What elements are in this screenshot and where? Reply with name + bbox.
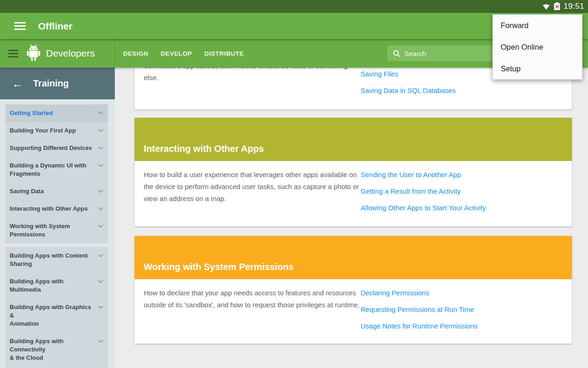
chevron-down-icon [98,207,103,210]
card-description-line: How to declare that your app needs acces… [144,287,361,311]
sidebar-item-working-with-system-permissions[interactable]: Working with System Permissions [6,218,108,243]
chevron-up-icon [98,111,103,115]
link-sending-the-user-to-another-app[interactable]: Sending the User to Another App [361,170,563,179]
card-description: How to declare that your app needs acces… [144,279,361,344]
sidebar-item-label: Supporting Different Devices [10,144,95,152]
sidebar-item-label: Building Apps with Multimedia [10,277,95,294]
sidebar: ← Training Getting StartedBuilding Your … [0,68,115,368]
chevron-down-icon [98,305,103,309]
card-body: How to build a user experience that leve… [135,161,572,226]
site-menu-icon[interactable] [8,50,18,58]
content-area: downloaded app assets, user media, struc… [115,68,588,368]
sidebar-header: ← Training [0,68,115,99]
sidebar-group: Getting StartedBuilding Your First AppSu… [6,104,108,243]
card-links: Declaring PermissionsRequesting Permissi… [361,279,563,344]
sidebar-item-label: Interacting with Other Apps [10,205,95,213]
overflow-menu: ForwardOpen OnlineSetup [492,14,582,80]
sidebar-item-building-apps-with-multimedia[interactable]: Building Apps with Multimedia [6,273,108,299]
training-card-interacting-with-other-apps: Interacting with Other AppsHow to build … [135,118,572,226]
sidebar-item-label: Saving Data [10,187,95,196]
sidebar-item-label: Building a Dynamic UI with Fragments [10,161,95,178]
nav-item-design[interactable]: DESIGN [123,50,148,57]
site-nav: DESIGNDEVELOPDISTRIBUTE [123,50,244,57]
chevron-down-icon [98,146,103,150]
link-allowing-other-apps-to-start-your-activity[interactable]: Allowing Other Apps to Start Your Activi… [361,203,563,213]
sidebar-item-building-apps-with-graphics-animation[interactable]: Building Apps with Graphics & Animation [6,299,108,333]
card-description-line: How to build a user experience that leve… [144,169,361,205]
card-body: How to declare that your app needs acces… [135,279,572,344]
search-input[interactable] [404,50,505,58]
card-header: Interacting with Other Apps [135,118,572,161]
card-description-line: else. [144,72,361,84]
link-declaring-permissions[interactable]: Declaring Permissions [361,288,563,298]
back-arrow-icon[interactable]: ← [12,78,23,89]
sidebar-item-label: Building Apps with Graphics & Animation [10,303,95,328]
menu-item-forward[interactable]: Forward [493,15,582,36]
chevron-down-icon [98,224,103,228]
link-usage-notes-for-runtime-permissions[interactable]: Usage Notes for Runtime Permissions [361,322,563,331]
sidebar-title: Training [33,78,69,89]
training-card-working-with-system-permissions: Working with System PermissionsHow to de… [135,236,572,344]
sidebar-group: Building Apps with Content SharingBuildi… [6,247,108,368]
wifi-icon [542,2,551,11]
sidebar-item-label: Building Apps with Connectivity & the Cl… [10,337,95,362]
card-description: How to build a user experience that leve… [144,161,361,226]
app-menu-icon[interactable] [14,22,26,30]
chevron-down-icon [98,190,103,193]
webview: Developers DESIGNDEVELOPDISTRIBUTE ← Tra… [0,39,588,368]
sidebar-item-building-your-first-app[interactable]: Building Your First App [6,122,108,139]
sidebar-item-building-apps-with-content-sharing[interactable]: Building Apps with Content Sharing [6,247,108,273]
chevron-down-icon [98,254,103,257]
sidebar-item-label: Building Apps with Content Sharing [10,252,95,268]
chevron-down-icon [98,339,103,343]
link-getting-a-result-from-the-activity[interactable]: Getting a Result from the Activity [361,187,563,196]
menu-item-setup[interactable]: Setup [493,58,582,80]
status-time: 19:51 [564,2,584,11]
sidebar-item-building-a-dynamic-ui-with-fragments[interactable]: Building a Dynamic UI with Fragments [6,157,108,183]
search-icon [393,50,401,58]
sidebar-item-supporting-different-devices[interactable]: Supporting Different Devices [6,139,108,157]
status-bar: ✕ 19:51 [0,0,588,13]
sidebar-item-interacting-with-other-apps[interactable]: Interacting with Other Apps [6,200,108,218]
site-header-left: Developers [0,39,115,68]
menu-item-open-online[interactable]: Open Online [493,36,582,58]
app-title: Offliner [38,21,73,32]
sidebar-item-building-apps-with-connectivity-the-cloud[interactable]: Building Apps with Connectivity & the Cl… [6,333,108,367]
card-header: Working with System Permissions [135,236,572,279]
site-brand[interactable]: Developers [46,48,95,59]
android-logo-icon [26,44,41,63]
battery-unknown-icon: ✕ [554,2,560,11]
link-saving-data-in-sql-databases[interactable]: Saving Data in SQL Databases [361,86,563,95]
sidebar-item-label: Working with System Permissions [10,222,95,239]
web-body: ← Training Getting StartedBuilding Your … [0,68,588,368]
sidebar-item-label: Getting Started [10,109,95,117]
link-requesting-permissions-at-run-time[interactable]: Requesting Permissions at Run Time [361,305,563,314]
chevron-down-icon [98,280,103,283]
card-title: Working with System Permissions [144,262,294,272]
sidebar-item-saving-data[interactable]: Saving Data [6,183,108,200]
sidebar-item-label: Building Your First App [10,126,95,135]
chevron-down-icon [98,129,103,132]
nav-item-develop[interactable]: DEVELOP [161,50,192,57]
nav-item-distribute[interactable]: DISTRIBUTE [204,50,244,57]
screen: ✕ 19:51 Offliner [0,0,588,368]
card-links: Sending the User to Another AppGetting a… [361,161,563,226]
chevron-down-icon [98,164,103,167]
card-title: Interacting with Other Apps [144,144,264,154]
sidebar-item-getting-started[interactable]: Getting Started [6,104,108,122]
